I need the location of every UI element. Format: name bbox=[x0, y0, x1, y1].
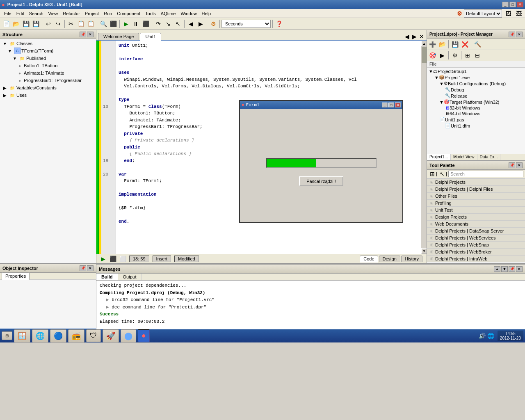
menu-file[interactable]: File bbox=[2, 10, 14, 17]
msg-close-button[interactable]: ✕ bbox=[516, 266, 523, 272]
proj-target-platforms[interactable]: ▼ 🎯 Target Platforms (Win32) bbox=[428, 99, 524, 105]
menu-edit[interactable]: Edit bbox=[14, 10, 27, 17]
start-button[interactable]: ⊞ bbox=[2, 331, 12, 340]
taskbar-explorer[interactable]: 🪟 bbox=[14, 329, 30, 342]
pm-add-button[interactable]: ➕ bbox=[428, 40, 437, 49]
stop-status-button[interactable]: ⬛ bbox=[110, 256, 116, 262]
form-close-button[interactable]: ✕ bbox=[395, 103, 401, 107]
pm-open-button[interactable]: 📂 bbox=[438, 40, 447, 49]
rp-tab-project1[interactable]: Project1... bbox=[427, 154, 451, 160]
oi-pin-button[interactable]: 📌 bbox=[80, 265, 86, 271]
palette-web-docs[interactable]: ⊞ Web Documents bbox=[427, 220, 525, 227]
scroll-up-button[interactable]: ▲ bbox=[421, 41, 427, 46]
tab-welcome[interactable]: Welcome Page bbox=[98, 33, 139, 40]
palette-delphi-files[interactable]: ⊞ Delphi Projects | Delphi Files bbox=[427, 185, 525, 192]
tab-unit1[interactable]: Unit1 bbox=[140, 33, 161, 41]
palette-intraweb[interactable]: ⊞ Delphi Projects | IntraWeb bbox=[427, 255, 525, 262]
proj-debug[interactable]: 🔧 Debug bbox=[428, 87, 524, 93]
menu-aqtime[interactable]: AQtime bbox=[158, 10, 178, 17]
palette-unit-test[interactable]: ⊞ Unit Test bbox=[427, 206, 525, 213]
tree-published[interactable]: ▼ 📁 Published bbox=[11, 55, 95, 62]
msg-scroll-up[interactable]: ▲ bbox=[494, 266, 500, 272]
seconds-dropdown[interactable]: Seconds bbox=[221, 20, 271, 28]
palette-websnap[interactable]: ⊞ Delphi Projects | WebSnap bbox=[427, 241, 525, 248]
menu-component[interactable]: Component bbox=[114, 10, 143, 17]
palette-close-button[interactable]: ✕ bbox=[516, 162, 523, 168]
paste-button[interactable]: 📋 bbox=[86, 19, 95, 28]
redo-button[interactable]: ↪ bbox=[54, 19, 63, 28]
palette-delphi-projects[interactable]: ⊞ Delphi Projects bbox=[427, 178, 525, 185]
palette-pin-button[interactable]: 📌 bbox=[509, 162, 515, 168]
form-minimize-button[interactable]: _ bbox=[382, 103, 388, 107]
open-button[interactable]: 📂 bbox=[11, 19, 21, 28]
form-maximize-button[interactable]: □ bbox=[388, 103, 394, 107]
structure-pin-button[interactable]: 📌 bbox=[80, 32, 86, 37]
proj-64bit[interactable]: 🖥 64-bit Windows bbox=[428, 111, 524, 116]
menu-tools[interactable]: Tools bbox=[143, 10, 158, 17]
menu-project[interactable]: Project bbox=[82, 10, 101, 17]
pm-options-button[interactable]: ⚙ bbox=[450, 51, 459, 60]
tab-design[interactable]: Design bbox=[379, 256, 400, 262]
palette-cursor-button[interactable]: ↖ bbox=[438, 171, 446, 177]
proj-32bit[interactable]: 🖥 32-bit Windows bbox=[428, 105, 524, 111]
run-status-button[interactable]: ▶ bbox=[100, 256, 106, 262]
copy-button[interactable]: 📋 bbox=[76, 19, 85, 28]
toggle-breakpoint-button[interactable]: ⬛ bbox=[109, 19, 118, 28]
tab-history[interactable]: History bbox=[401, 256, 422, 262]
forward-button[interactable]: ▶ bbox=[196, 19, 205, 28]
msg-scroll-down[interactable]: ▼ bbox=[501, 266, 508, 272]
pause-button[interactable]: ⏸ bbox=[131, 19, 140, 28]
taskbar-chrome[interactable]: 🔵 bbox=[50, 329, 66, 342]
taskbar-ie[interactable]: 🌐 bbox=[32, 329, 48, 342]
tree-variables[interactable]: ▶ 📁 Variables/Constants bbox=[1, 84, 95, 91]
menu-help[interactable]: Help bbox=[199, 10, 214, 17]
pm-expand-button[interactable]: ⊞ bbox=[463, 51, 472, 60]
editor-nav-back[interactable]: ◀ bbox=[404, 33, 410, 40]
menu-refactor[interactable]: Refactor bbox=[60, 10, 82, 17]
pm-pin-button[interactable]: 📌 bbox=[509, 32, 515, 37]
stop-button[interactable]: ⬛ bbox=[141, 19, 150, 28]
palette-design-projects[interactable]: ⊞ Design Projects bbox=[427, 213, 525, 220]
step-into-button[interactable]: ↘ bbox=[164, 19, 173, 28]
pm-collapse-button[interactable]: ⊟ bbox=[473, 51, 482, 60]
step-out-button[interactable]: ↖ bbox=[173, 19, 183, 28]
build-all-button[interactable]: ⚙ bbox=[209, 19, 218, 28]
taskbar-media[interactable]: 📻 bbox=[68, 329, 84, 342]
tree-progressbar1[interactable]: ● ProgressBar1: TProgressBar bbox=[16, 77, 95, 84]
oi-tab-properties[interactable]: Properties bbox=[2, 272, 30, 280]
msg-pin-button[interactable]: 📌 bbox=[509, 266, 515, 272]
pause-status-button[interactable]: ⬜ bbox=[119, 256, 126, 262]
pm-save-button[interactable]: 💾 bbox=[450, 40, 459, 49]
proj-build-configs[interactable]: ▼ ⚙ Build Configurations (Debug) bbox=[428, 80, 524, 87]
undo-button[interactable]: ↩ bbox=[44, 19, 53, 28]
taskbar-circle[interactable]: ⬤ bbox=[121, 329, 136, 342]
tree-uses[interactable]: ▶ 📁 Uses bbox=[1, 91, 95, 99]
rp-tab-model-view[interactable]: Model View bbox=[451, 154, 477, 160]
menu-search[interactable]: Search bbox=[27, 10, 46, 17]
scroll-thumb[interactable] bbox=[422, 47, 427, 63]
palette-datasnap[interactable]: ⊞ Delphi Projects | DataSnap Server bbox=[427, 227, 525, 234]
new-button[interactable]: 📄 bbox=[2, 19, 11, 28]
search-find-button[interactable]: 🔍 bbox=[99, 19, 108, 28]
code-editor[interactable]: unit Unit1; interface uses Winapi.Window… bbox=[116, 41, 421, 254]
scroll-down-button[interactable]: ▼ bbox=[421, 248, 427, 254]
save-button[interactable]: 💾 bbox=[21, 19, 30, 28]
proj-project1[interactable]: ▼ 📦 Project1.exe bbox=[428, 74, 524, 80]
palette-other-files[interactable]: ⊞ Other Files bbox=[427, 192, 525, 199]
tree-button1[interactable]: ● Button1: TButton bbox=[16, 62, 95, 69]
palette-search-input[interactable] bbox=[448, 171, 523, 177]
tab-code[interactable]: Code bbox=[360, 256, 378, 262]
editor-nav-fwd[interactable]: ▶ bbox=[411, 33, 418, 40]
editor-close[interactable]: ✕ bbox=[418, 33, 425, 40]
taskbar-launch[interactable]: 🚀 bbox=[103, 329, 119, 342]
maximize-button[interactable]: □ bbox=[509, 2, 516, 7]
scroll-track[interactable] bbox=[421, 46, 427, 248]
layout-btn2[interactable]: 🖼 bbox=[514, 9, 523, 18]
tree-tform1[interactable]: ▼ C TForm1(TForm) bbox=[6, 47, 95, 55]
menu-run[interactable]: Run bbox=[101, 10, 114, 17]
palette-webservices[interactable]: ⊞ Delphi Projects | WebServices bbox=[427, 234, 525, 241]
step-over-button[interactable]: ↷ bbox=[154, 19, 163, 28]
run-button[interactable]: ▶ bbox=[121, 19, 130, 28]
oi-close-button[interactable]: ✕ bbox=[87, 265, 94, 271]
tree-classes[interactable]: ▼ 📁 Classes bbox=[1, 40, 95, 47]
